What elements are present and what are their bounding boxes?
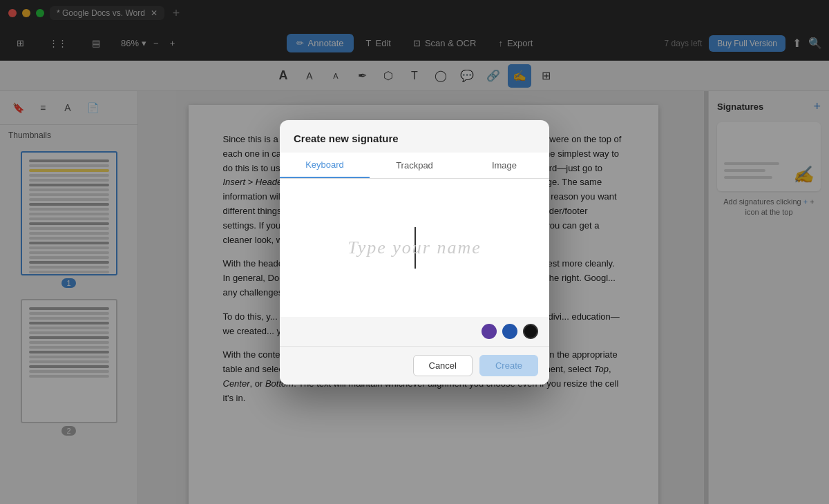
- color-purple[interactable]: [482, 324, 497, 339]
- modal-tabs: Keyboard Trackpad Image: [280, 153, 549, 179]
- tab-trackpad[interactable]: Trackpad: [370, 153, 459, 178]
- tab-image[interactable]: Image: [459, 153, 549, 178]
- modal-overlay[interactable]: Create new signature Keyboard Trackpad I…: [0, 0, 829, 504]
- color-selector: [280, 317, 549, 346]
- signature-input-area[interactable]: Type your name: [280, 179, 549, 317]
- color-blue[interactable]: [502, 324, 517, 339]
- modal-footer: Cancel Create: [280, 346, 549, 385]
- signature-placeholder: Type your name: [347, 238, 482, 258]
- create-button[interactable]: Create: [479, 355, 538, 376]
- create-signature-modal: Create new signature Keyboard Trackpad I…: [280, 120, 549, 385]
- cancel-button[interactable]: Cancel: [413, 355, 473, 376]
- modal-header: Create new signature: [280, 120, 549, 153]
- modal-title: Create new signature: [294, 133, 399, 144]
- tab-keyboard[interactable]: Keyboard: [280, 153, 370, 178]
- color-black[interactable]: [523, 324, 538, 339]
